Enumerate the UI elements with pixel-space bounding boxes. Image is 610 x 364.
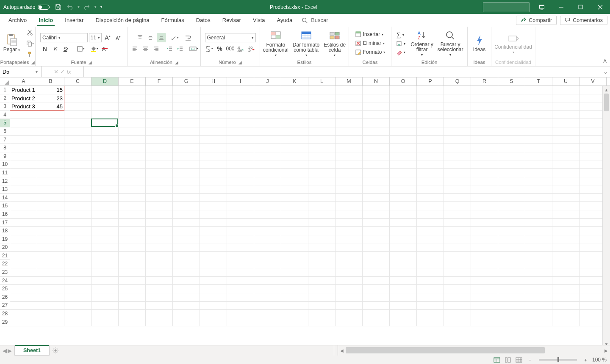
- cell-D18[interactable]: [92, 227, 119, 235]
- cell-I27[interactable]: [227, 302, 254, 310]
- cell-J23[interactable]: [254, 268, 281, 277]
- cell-I24[interactable]: [227, 277, 254, 285]
- col-header-P[interactable]: P: [417, 77, 444, 85]
- cell-Q4[interactable]: [444, 111, 471, 119]
- cell-J12[interactable]: [254, 177, 281, 186]
- cell-C14[interactable]: [64, 194, 92, 202]
- row-header-29[interactable]: 29: [0, 318, 10, 327]
- cell-F18[interactable]: [146, 227, 173, 235]
- cell-P21[interactable]: [417, 252, 444, 260]
- align-top-button[interactable]: [136, 33, 145, 42]
- cell-P12[interactable]: [417, 177, 444, 186]
- cell-F27[interactable]: [146, 302, 173, 310]
- cell-J22[interactable]: [254, 260, 281, 269]
- cell-U17[interactable]: [552, 219, 580, 227]
- cell-R7[interactable]: [471, 136, 498, 144]
- cell-C25[interactable]: [64, 285, 92, 293]
- cell-P8[interactable]: [417, 144, 444, 152]
- cell-I6[interactable]: [227, 127, 254, 136]
- cell-G22[interactable]: [173, 260, 200, 269]
- cell-T11[interactable]: [525, 169, 552, 177]
- cell-A28[interactable]: [10, 310, 37, 318]
- cell-T10[interactable]: [525, 160, 552, 169]
- cell-D2[interactable]: [92, 94, 119, 103]
- cell-U2[interactable]: [552, 94, 580, 103]
- cell-G10[interactable]: [173, 160, 200, 169]
- cell-U14[interactable]: [552, 194, 580, 202]
- cell-L2[interactable]: [308, 94, 336, 103]
- cell-R4[interactable]: [471, 111, 498, 119]
- tab-help[interactable]: Ayuda: [271, 14, 299, 26]
- comments-button[interactable]: Comentarios: [560, 16, 607, 25]
- cell-G18[interactable]: [173, 227, 200, 235]
- cell-M29[interactable]: [336, 318, 363, 327]
- cell-S22[interactable]: [498, 260, 525, 269]
- cell-L20[interactable]: [308, 243, 336, 252]
- cell-G2[interactable]: [173, 94, 200, 103]
- cell-H5[interactable]: [200, 119, 227, 127]
- cell-K19[interactable]: [281, 235, 308, 244]
- cell-K17[interactable]: [281, 219, 308, 227]
- cell-I21[interactable]: [227, 252, 254, 260]
- increase-font-button[interactable]: A▴: [103, 33, 112, 42]
- cell-A2[interactable]: Product 2: [10, 94, 37, 103]
- vscroll-thumb[interactable]: [604, 94, 609, 111]
- cell-J24[interactable]: [254, 277, 281, 285]
- autosave-toggle[interactable]: [38, 5, 50, 10]
- cell-H19[interactable]: [200, 235, 227, 244]
- cell-O4[interactable]: [390, 111, 417, 119]
- col-header-E[interactable]: E: [119, 77, 146, 85]
- cell-M9[interactable]: [336, 152, 363, 161]
- cell-R18[interactable]: [471, 227, 498, 235]
- cell-A11[interactable]: [10, 169, 37, 177]
- cell-M18[interactable]: [336, 227, 363, 235]
- row-header-14[interactable]: 14: [0, 194, 10, 202]
- cell-T5[interactable]: [525, 119, 552, 127]
- cell-E25[interactable]: [119, 285, 146, 293]
- cell-C27[interactable]: [64, 302, 92, 310]
- cell-H7[interactable]: [200, 136, 227, 144]
- cell-H10[interactable]: [200, 160, 227, 169]
- cell-C15[interactable]: [64, 202, 92, 210]
- cell-C20[interactable]: [64, 243, 92, 252]
- cell-B26[interactable]: [37, 293, 64, 302]
- cell-K29[interactable]: [281, 318, 308, 327]
- row-header-15[interactable]: 15: [0, 202, 10, 210]
- cell-P5[interactable]: [417, 119, 444, 127]
- cell-A8[interactable]: [10, 144, 37, 152]
- cell-C28[interactable]: [64, 310, 92, 318]
- cell-F14[interactable]: [146, 194, 173, 202]
- cell-F7[interactable]: [146, 136, 173, 144]
- cell-U12[interactable]: [552, 177, 580, 186]
- cell-M2[interactable]: [336, 94, 363, 103]
- cell-G17[interactable]: [173, 219, 200, 227]
- cell-O25[interactable]: [390, 285, 417, 293]
- cell-D5[interactable]: [92, 119, 119, 127]
- cell-O29[interactable]: [390, 318, 417, 327]
- cell-E10[interactable]: [119, 160, 146, 169]
- cell-M12[interactable]: [336, 177, 363, 186]
- cell-R10[interactable]: [471, 160, 498, 169]
- cell-R28[interactable]: [471, 310, 498, 318]
- view-normal-button[interactable]: [492, 356, 502, 364]
- cell-J9[interactable]: [254, 152, 281, 161]
- col-header-C[interactable]: C: [64, 77, 92, 85]
- cell-L7[interactable]: [308, 136, 336, 144]
- row-header-5[interactable]: 5: [0, 119, 10, 127]
- cell-G26[interactable]: [173, 293, 200, 302]
- cell-Q24[interactable]: [444, 277, 471, 285]
- cell-N22[interactable]: [363, 260, 390, 269]
- align-bottom-button[interactable]: [157, 33, 166, 42]
- cell-P27[interactable]: [417, 302, 444, 310]
- cell-I18[interactable]: [227, 227, 254, 235]
- cell-I12[interactable]: [227, 177, 254, 186]
- cell-O5[interactable]: [390, 119, 417, 127]
- cell-J18[interactable]: [254, 227, 281, 235]
- cell-K18[interactable]: [281, 227, 308, 235]
- delete-cells-button[interactable]: Eliminar▾: [353, 39, 386, 47]
- cell-G14[interactable]: [173, 194, 200, 202]
- cell-S13[interactable]: [498, 185, 525, 194]
- cell-D22[interactable]: [92, 260, 119, 269]
- cell-N24[interactable]: [363, 277, 390, 285]
- cell-R22[interactable]: [471, 260, 498, 269]
